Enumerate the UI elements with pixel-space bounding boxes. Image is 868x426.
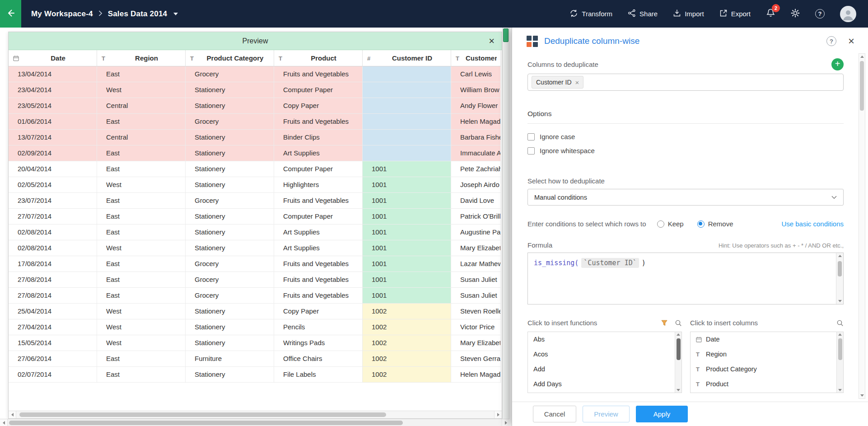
export-button[interactable]: Export [719, 9, 751, 19]
table-row[interactable]: 02/08/2014EastStationeryArt Supplies1001… [9, 225, 502, 240]
column-header[interactable]: TCustomer Name [451, 50, 501, 66]
column-item[interactable]: TProduct [691, 377, 836, 392]
cell-region: West [97, 82, 186, 98]
column-header[interactable]: #Customer ID [363, 50, 451, 66]
column-header[interactable]: TProduct Category [186, 50, 274, 66]
panel-help-icon[interactable]: ? [826, 36, 836, 46]
scroll-right-icon[interactable] [502, 419, 509, 426]
radio-keep[interactable]: Keep [657, 220, 684, 228]
settings-button[interactable] [791, 9, 800, 19]
vertical-scroll-thumb[interactable] [838, 261, 842, 276]
table-row[interactable]: 17/08/2014EastGroceryFruits and Vegetabl… [9, 256, 502, 272]
table-row[interactable]: 02/09/2014EastStationeryArt SuppliesImma… [9, 145, 502, 161]
cancel-button[interactable]: Cancel [533, 406, 576, 422]
breadcrumb-dataset[interactable]: Sales Data 2014 [108, 9, 168, 19]
preview-horizontal-scrollbar[interactable] [9, 411, 502, 418]
chip-remove-icon[interactable]: × [575, 79, 579, 86]
column-item-label: Product [706, 377, 728, 392]
column-item[interactable]: TProduct Category [691, 362, 836, 377]
back-button[interactable] [0, 0, 21, 28]
column-header[interactable]: TProduct [274, 50, 363, 66]
transform-button[interactable]: Transform [569, 9, 612, 19]
add-column-button[interactable]: + [831, 58, 844, 70]
vertical-scroll-thumb[interactable] [860, 61, 864, 111]
scroll-down-icon[interactable] [838, 300, 842, 302]
table-row[interactable]: 23/04/2014WestStationeryComputer PaperWi… [9, 82, 502, 98]
cell-date: 02/05/2014 [9, 177, 97, 193]
table-row[interactable]: 02/07/2014EastStationeryFile Labels1002H… [9, 367, 502, 383]
vertical-scroll-thumb[interactable] [677, 338, 681, 360]
help-button[interactable]: ? [815, 9, 825, 19]
checkbox-ignore-whitespace[interactable]: Ignore whitespace [527, 147, 844, 154]
function-item[interactable]: Add Days [528, 377, 675, 392]
share-icon [628, 9, 636, 19]
table-row[interactable]: 27/06/2014EastFurnitureOffice Chairs1002… [9, 351, 502, 367]
avatar[interactable] [840, 6, 856, 22]
cell-customer_id: 1002 [363, 367, 451, 383]
column-item[interactable]: TRegion [691, 347, 836, 362]
function-item[interactable]: Abs [528, 332, 675, 347]
horizontal-scroll-thumb[interactable] [19, 412, 386, 417]
notifications-button[interactable]: 2 [766, 8, 775, 19]
filter-funnel-icon[interactable] [661, 320, 667, 326]
page-horizontal-scrollbar[interactable] [0, 419, 509, 426]
table-row[interactable]: 01/06/2014EastGroceryFruits and Vegetabl… [9, 114, 502, 130]
scroll-down-icon[interactable] [677, 389, 680, 391]
search-icon[interactable] [836, 319, 844, 327]
scroll-left-icon[interactable] [0, 419, 8, 426]
use-basic-conditions-link[interactable]: Use basic conditions [781, 220, 844, 228]
table-row[interactable]: 02/05/2014WestStationeryHighlighters1001… [9, 177, 502, 193]
column-header-label: Date [23, 54, 93, 62]
dataset-menu-caret-icon[interactable] [173, 13, 178, 15]
table-row[interactable]: 27/07/2014EastStationeryComputer Paper10… [9, 209, 502, 225]
preview-button[interactable]: Preview [583, 406, 630, 422]
apply-button[interactable]: Apply [636, 406, 688, 422]
table-row[interactable]: 15/05/2014WestStationeryWritings Pads100… [9, 335, 502, 351]
scroll-up-icon[interactable] [860, 56, 864, 58]
search-icon[interactable] [675, 319, 682, 327]
columns-scrollbar[interactable] [836, 332, 843, 393]
checkbox-ignore-case[interactable]: Ignore case [527, 133, 844, 140]
radio-remove[interactable]: Remove [697, 220, 733, 228]
dedupe-method-select[interactable]: Manual conditions [527, 189, 844, 206]
panel-vertical-scrollbar[interactable] [859, 53, 865, 399]
vertical-scroll-thumb[interactable] [838, 338, 842, 360]
formula-scrollbar[interactable] [836, 253, 843, 304]
function-item[interactable]: Add [528, 362, 675, 377]
functions-scrollbar[interactable] [675, 332, 681, 393]
formula-editor[interactable]: is_missing(`Customer ID`) [527, 253, 844, 304]
horizontal-scroll-thumb[interactable] [9, 421, 403, 425]
column-header[interactable]: Date [9, 50, 97, 66]
scroll-up-icon[interactable] [838, 255, 842, 257]
scroll-down-icon[interactable] [838, 389, 842, 391]
table-row[interactable]: 23/07/2014EastGroceryFruits and Vegetabl… [9, 193, 502, 209]
share-button[interactable]: Share [628, 9, 658, 19]
breadcrumb-workspace[interactable]: My Workspace-4 [31, 9, 93, 19]
scroll-right-icon[interactable] [494, 411, 502, 418]
table-row[interactable]: 25/04/2014WestStationeryCopy Paper1002St… [9, 304, 502, 319]
table-row[interactable]: 27/04/2014WestStationeryPencils1002Victo… [9, 319, 502, 335]
table-row[interactable]: 27/08/2014EastGroceryFruits and Vegetabl… [9, 288, 502, 304]
table-row[interactable]: 02/08/2014WestStationeryArt Supplies1001… [9, 240, 502, 256]
table-row[interactable]: 20/04/2014EastStationeryComputer Paper10… [9, 161, 502, 177]
column-item[interactable]: Date [691, 332, 836, 347]
cell-region: East [97, 288, 186, 304]
scroll-up-icon[interactable] [677, 333, 680, 336]
preview-vertical-scrollbar[interactable] [502, 28, 509, 419]
table-row[interactable]: 23/05/2014CentralStationeryCopy PaperAnd… [9, 98, 502, 114]
dedupe-columns-input[interactable]: Customer ID × [527, 74, 844, 91]
table-row[interactable]: 27/08/2014EastGroceryFruits and Vegetabl… [9, 272, 502, 288]
cell-category: Stationery [186, 145, 274, 161]
vertical-scroll-thumb[interactable] [503, 28, 509, 42]
panel-close-icon[interactable]: × [848, 36, 854, 47]
preview-close-icon[interactable]: × [489, 32, 495, 50]
table-row[interactable]: 13/07/2014CentralStationeryBinder ClipsB… [9, 130, 502, 145]
scroll-left-icon[interactable] [9, 411, 16, 418]
scroll-up-icon[interactable] [838, 333, 842, 336]
column-header[interactable]: TRegion [97, 50, 186, 66]
table-row[interactable]: 13/04/2014EastGroceryFruits and Vegetabl… [9, 66, 502, 82]
import-button[interactable]: Import [673, 9, 704, 19]
function-item[interactable]: Acos [528, 347, 675, 362]
scroll-down-icon[interactable] [860, 394, 864, 397]
column-chip[interactable]: Customer ID × [532, 76, 583, 89]
